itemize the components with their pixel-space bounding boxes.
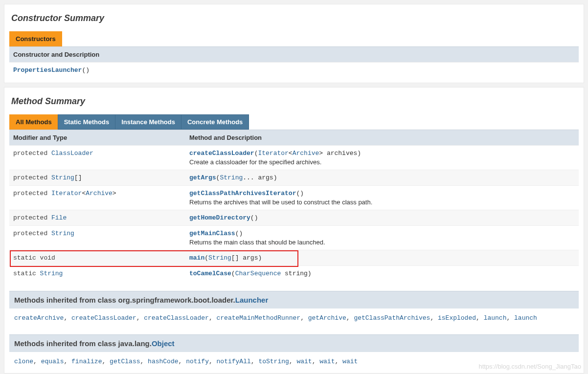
constructor-summary-section: Constructor Summary Constructors Constru… [4, 4, 584, 83]
type-link[interactable]: ClassLoader [51, 150, 93, 157]
method-row: static StringtoCamelCase(CharSequence st… [9, 266, 579, 282]
tab-concrete-methods[interactable]: Concrete Methods [181, 114, 249, 130]
inherited-header: Methods inherited from class java.lang.O… [9, 334, 579, 352]
type-link[interactable]: Iterator [258, 150, 288, 157]
inherited-header: Methods inherited from class org.springf… [9, 291, 579, 308]
type-link[interactable]: String [51, 230, 74, 237]
inherited-method-link[interactable]: createClassLoader [144, 314, 209, 322]
method-row: static voidmain(String[] args) [9, 250, 579, 266]
inherited-method-link[interactable]: notifyAll [217, 358, 251, 365]
constructor-header: Constructor and Description [9, 47, 579, 63]
inherited-method-link[interactable]: getClass [110, 358, 140, 365]
inherited-method-link[interactable]: equals [41, 358, 64, 365]
inherited-method-link[interactable]: wait [342, 358, 358, 365]
type-link[interactable]: String [40, 270, 63, 277]
inherited-method-link[interactable]: getArchive [308, 314, 346, 322]
inherited-method-link[interactable]: hashCode [148, 358, 178, 365]
method-summary-title: Method Summary [11, 96, 579, 107]
method-link[interactable]: getMainClass [189, 230, 235, 237]
inherited-method-link[interactable]: createArchive [14, 314, 64, 322]
method-link[interactable]: main [189, 254, 204, 262]
constructor-tabs: Constructors [9, 31, 579, 46]
modifier-cell: protected String[] [9, 170, 185, 186]
type-link[interactable]: Archive [293, 150, 319, 157]
method-cell: toCamelCase(CharSequence string) [185, 266, 579, 282]
constructor-row: PropertiesLauncher() [9, 63, 579, 78]
class-link[interactable]: Object [152, 339, 175, 348]
type-link[interactable]: String [51, 174, 74, 181]
method-header-modifier: Modifier and Type [9, 130, 185, 146]
method-cell: createClassLoader(Iterator<Archive> arch… [185, 146, 579, 170]
modifier-cell: static String [9, 266, 185, 282]
method-cell: getArgs(String... args) [185, 170, 579, 186]
method-link[interactable]: getArgs [189, 174, 216, 181]
modifier-cell: protected File [9, 210, 185, 226]
modifier-cell: protected ClassLoader [9, 146, 185, 170]
method-link[interactable]: createClassLoader [189, 150, 254, 157]
method-row: protected FilegetHomeDirectory() [9, 210, 579, 226]
method-link[interactable]: toCamelCase [189, 270, 231, 277]
method-cell: getMainClass()Returns the main class tha… [185, 226, 579, 250]
constructor-parens: () [82, 66, 90, 74]
inherited-method-link[interactable]: getClassPathArchives [354, 314, 430, 322]
method-description: Create a classloader for the specified a… [189, 158, 575, 166]
constructor-link[interactable]: PropertiesLauncher [13, 66, 82, 74]
inherited-method-link[interactable]: finalize [71, 358, 102, 365]
modifier-cell: protected Iterator<Archive> [9, 186, 185, 210]
tab-all-methods[interactable]: All Methods [9, 114, 58, 130]
type-link[interactable]: String [208, 254, 231, 262]
inherited-list: createArchive, createClassLoader, create… [9, 308, 579, 325]
type-link[interactable]: Iterator [51, 190, 82, 197]
method-table: Modifier and Type Method and Description… [9, 130, 579, 281]
method-cell: getHomeDirectory() [185, 210, 579, 226]
method-row: protected String[]getArgs(String... args… [9, 170, 579, 186]
inherited-method-link[interactable]: clone [14, 358, 33, 365]
method-link[interactable]: getClassPathArchivesIterator [189, 190, 296, 197]
inherited-method-link[interactable]: createMainMethodRunner [217, 314, 301, 322]
method-row: protected ClassLoadercreateClassLoader(I… [9, 146, 579, 170]
tab-constructors[interactable]: Constructors [9, 31, 62, 46]
type-link[interactable]: CharSequence [235, 270, 281, 277]
constructor-summary-title: Constructor Summary [11, 13, 579, 23]
inherited-method-link[interactable]: wait [319, 358, 335, 365]
inherited-method-link[interactable]: notify [186, 358, 209, 365]
method-link[interactable]: getHomeDirectory [189, 214, 250, 221]
method-row: protected StringgetMainClass()Returns th… [9, 226, 579, 250]
modifier-cell: static void [9, 250, 185, 266]
inherited-method-link[interactable]: toString [258, 358, 289, 365]
class-link[interactable]: Launcher [235, 296, 269, 304]
method-row: protected Iterator<Archive>getClassPathA… [9, 186, 579, 210]
type-link[interactable]: Archive [86, 190, 113, 197]
method-description: Returns the main class that should be la… [189, 239, 575, 246]
inherited-list: clone, equals, finalize, getClass, hashC… [9, 352, 579, 368]
constructor-table: Constructor and Description PropertiesLa… [9, 46, 579, 78]
tab-instance-methods[interactable]: Instance Methods [115, 114, 181, 130]
type-link[interactable]: File [51, 214, 67, 221]
inherited-method-link[interactable]: createClassLoader [71, 314, 136, 322]
method-cell: main(String[] args) [185, 250, 579, 266]
modifier-cell: protected String [9, 226, 185, 250]
method-cell: getClassPathArchivesIterator()Returns th… [185, 186, 579, 210]
inherited-method-link[interactable]: isExploded [438, 314, 476, 322]
tab-static-methods[interactable]: Static Methods [58, 114, 115, 130]
inherited-method-link[interactable]: wait [296, 358, 312, 365]
inherited-method-link[interactable]: launch [514, 314, 537, 322]
method-tabs: All MethodsStatic MethodsInstance Method… [9, 114, 579, 130]
method-description: Returns the archives that will be used t… [189, 198, 575, 206]
method-summary-section: Method Summary All MethodsStatic Methods… [4, 87, 584, 374]
type-link[interactable]: String [220, 174, 243, 181]
inherited-method-link[interactable]: launch [484, 314, 507, 322]
method-header-description: Method and Description [185, 130, 579, 146]
